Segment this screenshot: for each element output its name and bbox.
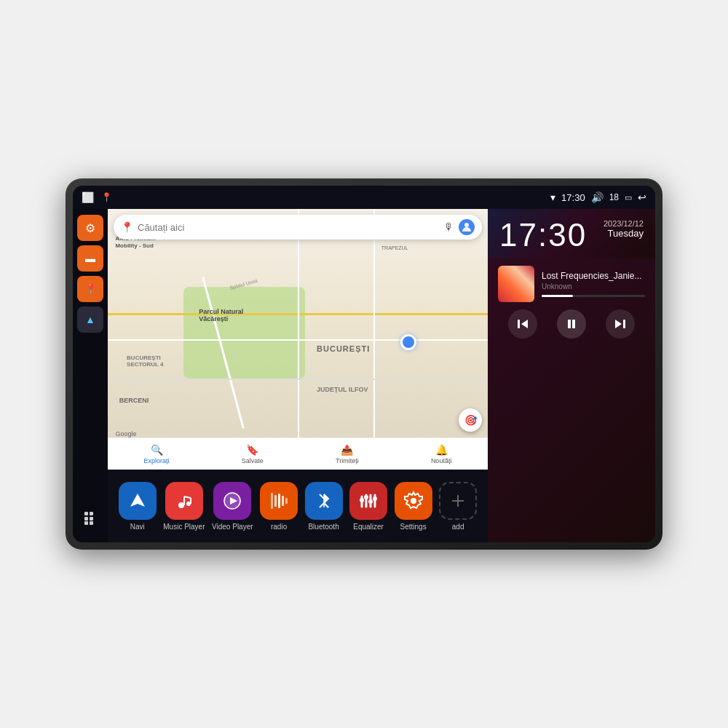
music-widget: Lost Frequencies_Janie... Unknown — [488, 258, 655, 542]
map-bottom-nav: 🔍 Explorați 🔖 Salvate 📤 Trimiteți � — [108, 438, 488, 470]
svg-line-21 — [320, 503, 324, 507]
news-icon: 🔔 — [435, 444, 448, 456]
back-icon[interactable]: ↩ — [638, 191, 646, 203]
battery-icon: ▭ — [625, 193, 632, 202]
clock-widget: 17:30 2023/12/12 Tuesday — [488, 209, 655, 258]
app-equalizer[interactable]: Equalizer — [349, 482, 387, 531]
clock-time-display: 17:30 — [499, 219, 587, 251]
app-radio[interactable]: radio — [260, 482, 298, 531]
map-location-dot — [400, 334, 416, 350]
svg-rect-4 — [84, 521, 88, 525]
svg-line-11 — [184, 496, 191, 498]
music-controls — [498, 309, 645, 339]
navi-label: Navi — [130, 523, 145, 531]
music-artist: Unknown — [542, 282, 645, 290]
svg-point-35 — [411, 498, 416, 504]
wifi-icon: ▾ — [550, 191, 555, 203]
profile-avatar[interactable] — [459, 219, 475, 235]
app-video-player[interactable]: Video Player — [212, 482, 253, 531]
svg-rect-43 — [623, 320, 625, 328]
album-art-image — [498, 266, 534, 302]
svg-rect-0 — [84, 512, 88, 515]
clock-date-day: Tuesday — [604, 228, 644, 239]
nav-arrow-icon: ▲ — [85, 314, 95, 325]
svg-point-32 — [364, 495, 368, 499]
map-label-berceni: BERCENI — [119, 397, 149, 404]
maps-status-icon[interactable]: 📍 — [101, 192, 112, 202]
status-time: 17:30 — [561, 192, 585, 203]
svg-line-20 — [320, 494, 324, 499]
video-icon-bg — [213, 482, 251, 520]
map-my-location-button[interactable]: 🎯 — [459, 408, 482, 432]
svg-rect-3 — [90, 517, 93, 521]
music-player-label: Music Player — [163, 523, 205, 531]
app-navi[interactable]: Navi — [119, 482, 157, 531]
svg-rect-2 — [84, 517, 88, 521]
svg-marker-42 — [615, 320, 622, 328]
sidebar-apps-button[interactable] — [77, 505, 103, 531]
music-play-pause-button[interactable] — [557, 309, 586, 339]
map-search-input[interactable] — [138, 222, 440, 233]
map-nav-share[interactable]: 📤 Trimiteți — [336, 444, 359, 464]
svg-rect-17 — [278, 494, 280, 508]
location-target-icon: 🎯 — [464, 414, 477, 426]
map-background: AXIS PremiumMobility - Sud Pizza & Baker… — [108, 209, 488, 470]
map-label-trapez: TRAPEZUL — [381, 245, 408, 250]
svg-rect-15 — [271, 493, 273, 509]
battery-level: 18 — [609, 192, 619, 202]
apps-grid-icon — [83, 510, 98, 525]
music-progress-bar-container — [542, 295, 645, 297]
sidebar-maps-button[interactable]: 📍 — [77, 276, 103, 302]
svg-rect-41 — [572, 320, 575, 328]
map-search-bar[interactable]: 📍 🎙 — [114, 215, 482, 240]
music-details: Lost Frequencies_Janie... Unknown — [542, 271, 645, 297]
music-prev-button[interactable] — [508, 309, 537, 339]
add-label: add — [452, 523, 464, 531]
map-label-bucharest: BUCUREȘTI — [317, 344, 370, 353]
next-icon — [614, 317, 627, 331]
park-green — [183, 287, 305, 378]
map-nav-explore[interactable]: 🔍 Explorați — [144, 444, 170, 464]
bluetooth-icon-bg — [305, 482, 343, 520]
status-bar: ⬜ 📍 ▾ 17:30 🔊 18 ▭ ↩ — [73, 186, 655, 209]
svg-point-33 — [368, 499, 373, 504]
music-next-button[interactable] — [606, 309, 635, 339]
equalizer-label: Equalizer — [353, 523, 384, 531]
add-icon — [449, 492, 467, 510]
map-nav-news[interactable]: 🔔 Noutăți — [431, 444, 452, 464]
road-3 — [298, 209, 299, 470]
left-sidebar: ⚙ ▬ 📍 ▲ — [73, 209, 108, 542]
svg-rect-39 — [518, 320, 520, 328]
sidebar-files-button[interactable]: ▬ — [77, 245, 103, 272]
app-add[interactable]: add — [439, 482, 477, 531]
app-settings[interactable]: Settings — [395, 482, 432, 531]
music-info: Lost Frequencies_Janie... Unknown — [498, 266, 645, 302]
prev-icon — [516, 317, 529, 331]
map-nav-saved[interactable]: 🔖 Salvate — [242, 444, 264, 464]
map-container[interactable]: AXIS PremiumMobility - Sud Pizza & Baker… — [108, 209, 488, 470]
album-art — [498, 266, 534, 302]
home-icon[interactable]: ⬜ — [82, 191, 94, 203]
navi-icon-bg — [119, 482, 157, 520]
map-label-park: Parcul NaturalVăcărești — [199, 308, 243, 323]
music-progress-fill — [542, 295, 573, 297]
music-title: Lost Frequencies_Janie... — [542, 271, 645, 281]
app-music-player[interactable]: Music Player — [163, 482, 205, 531]
right-panel: 17:30 2023/12/12 Tuesday Lost Freque — [488, 209, 655, 542]
sidebar-settings-button[interactable]: ⚙ — [77, 215, 103, 241]
news-label: Noutăți — [431, 457, 452, 464]
svg-rect-1 — [90, 512, 93, 515]
add-icon-bg — [439, 482, 477, 520]
microphone-icon[interactable]: 🎙 — [444, 221, 454, 233]
saved-label: Salvate — [242, 457, 264, 464]
share-label: Trimiteți — [336, 457, 359, 464]
map-pin-icon: 📍 — [84, 283, 97, 295]
svg-marker-38 — [521, 320, 528, 328]
sidebar-nav-button[interactable]: ▲ — [77, 306, 103, 333]
video-player-label: Video Player — [212, 523, 253, 531]
svg-point-31 — [360, 498, 364, 502]
app-bluetooth[interactable]: Bluetooth — [305, 482, 343, 531]
navi-icon — [127, 491, 148, 511]
svg-rect-16 — [274, 495, 277, 507]
pause-icon — [565, 317, 578, 331]
